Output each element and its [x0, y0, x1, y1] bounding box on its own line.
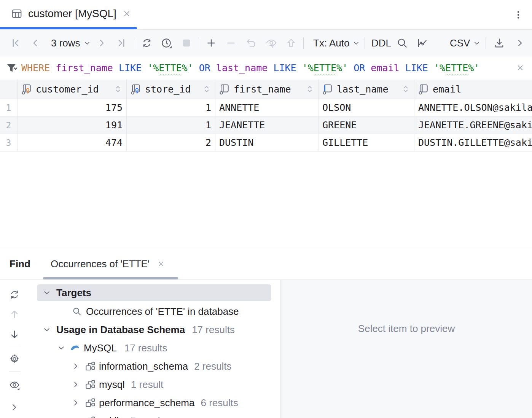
delete-row-button[interactable] — [225, 37, 237, 49]
filter-icon[interactable] — [6, 62, 18, 74]
find-toolbar-strip — [0, 280, 30, 418]
editor-tab-customer[interactable]: customer [MySQL] — [11, 0, 132, 27]
column-header-email[interactable]: email — [414, 80, 532, 99]
rerun-search-button[interactable] — [9, 289, 20, 300]
column-name: customer_id — [36, 84, 99, 95]
cell-last-name[interactable]: OLSON — [319, 99, 414, 116]
sort-icon[interactable] — [401, 85, 410, 94]
chevron-right-icon[interactable] — [71, 380, 81, 389]
revert-changes-button[interactable] — [245, 37, 257, 49]
sql-keyword: LIKE — [273, 62, 296, 73]
previous-occurrence-button[interactable] — [9, 308, 20, 320]
tree-item-information-schema[interactable]: information_schema 2 results — [37, 358, 231, 375]
column-header-customer-id[interactable]: customer_id — [18, 80, 127, 99]
column-header-store-id[interactable]: store_id — [127, 80, 215, 99]
tree-item-mysql[interactable]: MySQL 17 results — [37, 340, 167, 356]
strip-separator — [9, 347, 21, 347]
page-size-label: 3 rows — [51, 37, 80, 49]
previous-page-button[interactable] — [29, 37, 41, 49]
ddl-button[interactable]: DDL — [371, 37, 391, 49]
chevron-down-icon[interactable] — [42, 288, 52, 298]
toolbar-separator — [134, 37, 134, 49]
cell-email[interactable]: ANNETTE.OLSON@sakila — [414, 99, 532, 116]
sql-string: ETTE — [314, 62, 336, 73]
chevron-right-icon[interactable] — [71, 398, 81, 408]
cell-last-name[interactable]: GREENE — [319, 116, 414, 134]
first-page-button[interactable] — [9, 37, 21, 49]
chevron-right-icon[interactable] — [71, 361, 81, 371]
export-data-button[interactable] — [493, 37, 505, 49]
column-header-first-name[interactable]: first_name — [215, 80, 319, 99]
page-size-dropdown[interactable]: 3 rows — [51, 37, 91, 49]
expand-button[interactable] — [9, 402, 19, 413]
table-row: 3 474 2 DUSTIN GILLETTE DUSTIN.GILLETTE@… — [0, 134, 532, 152]
sql-identifier: last_name — [216, 62, 268, 73]
ddl-label: DDL — [371, 37, 391, 49]
schedule-refresh-button[interactable] — [160, 37, 172, 49]
sort-icon[interactable] — [202, 85, 211, 94]
sort-icon[interactable] — [113, 85, 123, 94]
tab-close-icon[interactable] — [122, 9, 132, 19]
search-icon — [72, 306, 82, 317]
tab-close-icon[interactable] — [156, 259, 166, 268]
chevron-down-icon[interactable] — [42, 325, 52, 335]
submit-button[interactable] — [285, 37, 297, 49]
chart-button[interactable] — [416, 37, 428, 49]
preview-changes-button[interactable] — [265, 37, 277, 49]
tree-item-usage[interactable]: Usage in Database Schema 17 results — [37, 321, 235, 338]
cell-store-id[interactable]: 2 — [127, 134, 215, 151]
preview-placeholder: Select item to preview — [281, 323, 532, 335]
cell-email[interactable]: JEANETTE.GREENE@saki — [414, 116, 532, 134]
tx-mode-dropdown[interactable]: Tx: Auto — [313, 37, 360, 49]
tree-item-occurrences[interactable]: Occurrences of 'ETTE' in database — [37, 303, 239, 320]
tree-item-sakila[interactable]: sakila 5 results — [37, 413, 168, 418]
cell-customer-id[interactable]: 175 — [18, 99, 127, 116]
find-in-grid-button[interactable] — [396, 37, 408, 49]
indexed-key-column-icon — [131, 83, 142, 95]
more-options-icon[interactable] — [513, 10, 524, 20]
cell-store-id[interactable]: 1 — [127, 99, 215, 116]
export-format-dropdown[interactable]: CSV — [450, 37, 481, 49]
row-number[interactable]: 1 — [0, 99, 18, 116]
last-page-button[interactable] — [116, 37, 128, 49]
cell-first-name[interactable]: JEANETTE — [215, 116, 319, 134]
reload-data-button[interactable] — [141, 37, 153, 49]
cell-last-name[interactable]: GILLETTE — [319, 134, 414, 151]
schema-icon — [84, 397, 96, 408]
find-tab-occurrences[interactable]: Occurrences of 'ETTE' — [51, 248, 166, 279]
chevron-down-icon[interactable] — [56, 343, 66, 353]
row-number[interactable]: 3 — [0, 134, 18, 151]
toolbar-overflow-button[interactable] — [514, 38, 525, 48]
tree-item-performance-schema[interactable]: performance_schema 6 results — [37, 394, 238, 411]
preview-toggle-button[interactable] — [9, 379, 20, 391]
tree-item-mysql-schema[interactable]: mysql 1 result — [37, 376, 163, 393]
result-count: 5 results — [130, 415, 167, 418]
cell-customer-id[interactable]: 191 — [18, 116, 127, 134]
sort-icon[interactable] — [305, 85, 314, 94]
filter-clear-icon[interactable] — [515, 63, 525, 73]
cell-first-name[interactable]: ANNETTE — [215, 99, 319, 116]
next-occurrence-button[interactable] — [9, 329, 20, 340]
next-page-button[interactable] — [96, 37, 108, 49]
tree-item-label: mysql — [99, 379, 125, 391]
find-settings-button[interactable] — [9, 353, 20, 365]
editor-tab-bar: customer [MySQL] — [0, 0, 532, 30]
column-header-last-name[interactable]: last_name — [319, 80, 414, 99]
schema-icon — [84, 361, 96, 372]
stop-button[interactable] — [180, 37, 193, 49]
cell-email[interactable]: DUSTIN.GILLETTE@saki — [414, 134, 532, 151]
cell-customer-id[interactable]: 474 — [18, 134, 127, 151]
cell-store-id[interactable]: 1 — [127, 116, 215, 134]
chevron-right-icon[interactable] — [71, 416, 81, 418]
filter-input[interactable]: WHERE first_name LIKE '%ETTE%' OR last_n… — [21, 57, 479, 79]
row-number[interactable]: 2 — [0, 116, 18, 134]
add-row-button[interactable] — [205, 37, 217, 49]
sql-string: '% — [147, 62, 159, 73]
toolbar-separator — [486, 37, 486, 49]
chevron-down-icon — [352, 39, 360, 47]
tree-item-targets[interactable]: Targets — [37, 284, 271, 301]
find-tab-label: Occurrences of 'ETTE' — [51, 258, 150, 270]
cell-first-name[interactable]: DUSTIN — [215, 134, 319, 151]
tree-item-label: MySQL — [84, 342, 117, 354]
datagrip-window: customer [MySQL] 3 rows — [0, 0, 532, 418]
